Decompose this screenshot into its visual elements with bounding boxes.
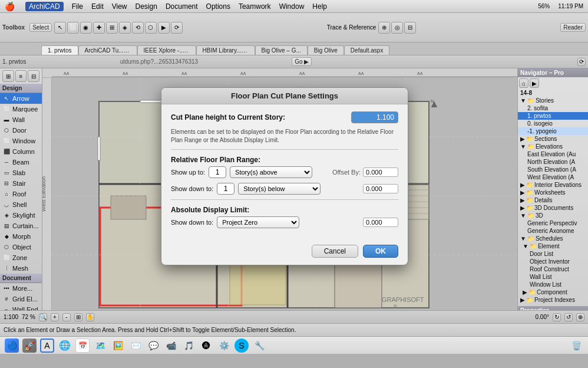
sidebar-item-object[interactable]: ⬡ Object [0,242,42,252]
angle-icon-3[interactable]: ⊕ [576,313,584,321]
taskbar-calendar-icon[interactable]: 📅 [75,339,90,353]
sidebar-item-window[interactable]: ⬜ Window [0,136,42,146]
tree-east-elevation[interactable]: East Elevation (Au [518,150,588,158]
taskbar-facetime-icon[interactable]: 📹 [164,339,178,353]
tb-icon-6[interactable]: ◈ [119,22,131,34]
show-down-count[interactable] [217,183,234,195]
tree-stories-folder[interactable]: ▼ 📁 Stories [518,97,588,104]
trace-icon-2[interactable]: ◎ [391,22,403,34]
ok-button[interactable]: OK [363,245,398,258]
nav-home-icon[interactable]: ⌂ [519,78,528,88]
tree-story-isogeio[interactable]: 0. isogeio [518,120,588,127]
menu-document[interactable]: Document [166,2,198,11]
nav-arrow-icon[interactable]: ▶ [530,78,539,88]
refresh-icon[interactable]: ⟳ [577,58,586,66]
tree-door-list[interactable]: Door List [518,250,588,258]
taskbar-trash-icon[interactable]: 🗑️ [569,339,583,353]
sidebar-item-arrow[interactable]: ↖ Arrow [0,93,42,104]
tree-south-elevation[interactable]: South Elevation (A [518,166,588,173]
show-down-offset[interactable] [363,184,398,193]
sidebar-item-slab[interactable]: ▭ Slab [0,167,42,178]
tb-icon-1[interactable]: ↖ [54,22,66,34]
tree-elevations-folder[interactable]: ▼ 📁 Elevations [518,143,588,150]
tb-icon-5[interactable]: ⊞ [106,22,118,34]
tb-icon-10[interactable]: ⟳ [171,22,183,34]
menu-archicad[interactable]: ArchiCAD [25,2,64,11]
tree-details[interactable]: ▶ 📁 Details [518,196,588,204]
taskbar-photos-icon[interactable]: 🖼️ [111,339,125,353]
tree-story-sofita[interactable]: 2. sofita [518,104,588,112]
menu-edit[interactable]: Edit [91,2,104,11]
tree-axonometric[interactable]: Generic Axonome [518,227,588,235]
view-icon-3[interactable]: ⊟ [28,70,39,82]
cut-plane-input[interactable] [351,111,398,123]
select-tool[interactable]: Select [29,23,52,32]
sidebar-item-mesh[interactable]: ⋮ Mesh [0,263,42,274]
taskbar-settings-icon[interactable]: ⚙️ [217,339,231,353]
menu-design[interactable]: Design [136,2,157,11]
tree-object-inv[interactable]: Object Inventor [518,258,588,265]
tb-icon-2[interactable]: ⬜ [67,22,79,34]
tree-perspective[interactable]: Generic Perspectiv [518,219,588,227]
tb-icon-4[interactable]: ✚ [93,22,105,34]
tree-sections-folder[interactable]: ▶ 📁 Sections [518,135,588,143]
tab-training[interactable]: ArchiCAD Tu...D Training [78,45,137,55]
trace-icon-1[interactable]: ⊕ [378,22,390,34]
tree-worksheets[interactable]: ▶ 📁 Worksheets [518,189,588,196]
menu-options[interactable]: Options [206,2,230,11]
sidebar-item-shell[interactable]: ◡ Shell [0,199,42,210]
tree-3d-docs[interactable]: ▶ 📁 3D Documents [518,204,588,212]
tree-interior-elevations[interactable]: ▶ 📁 Interior Elevations [518,181,588,189]
taskbar-maps-icon[interactable]: 🗺️ [93,339,107,353]
tree-window-list[interactable]: Window List [518,281,588,288]
taskbar-skype-icon[interactable]: S [234,339,249,353]
taskbar-appstore-icon[interactable]: 🅐 [199,339,213,353]
angle-icon-2[interactable]: ↺ [564,313,573,321]
tab-bigolive2[interactable]: Big Olive [308,45,344,55]
sidebar-item-zone[interactable]: ⬜ Zone [0,252,42,263]
tree-north-elevation[interactable]: North Elevation (A [518,158,588,166]
menu-window[interactable]: Window [279,2,305,11]
menu-file[interactable]: File [72,2,83,11]
tree-component[interactable]: ▶ 📁 Component [518,288,588,296]
menu-teamwork[interactable]: Teamwork [239,2,271,11]
taskbar-mail-icon[interactable]: ✉️ [128,339,143,353]
abs-show-down-select[interactable]: Project Zero Story Below [217,216,299,228]
taskbar-archicad-icon[interactable]: A [40,339,54,353]
zoom-icon-3[interactable]: - [62,313,71,321]
taskbar-finder-icon[interactable]: 🔵 [5,339,19,353]
tab-hbim[interactable]: HBIM Library...Vol 3, No 2 [196,45,255,55]
menu-help[interactable]: Help [312,2,327,11]
tab-default[interactable]: Default.aspx [344,45,390,55]
tab-ieee[interactable]: IEEE Xplore -...enance an... [137,45,196,55]
tb-icon-7[interactable]: ⟲ [132,22,144,34]
sidebar-item-column[interactable]: ⬛ Column [0,146,42,157]
abs-show-down-offset[interactable] [363,218,398,227]
cancel-button[interactable]: Cancel [312,245,358,258]
menu-view[interactable]: View [112,2,127,11]
zoom-icon-2[interactable]: + [51,313,59,321]
taskbar-chrome-icon[interactable]: 🌐 [58,339,72,353]
taskbar-extra-icon[interactable]: 🔧 [252,339,266,353]
tb-icon-3[interactable]: ◉ [80,22,92,34]
tree-story-ypogeio[interactable]: -1. ypogeio [518,127,588,135]
show-up-select[interactable]: Story(s) above Story(s) below [230,166,312,178]
tree-schedules-folder[interactable]: ▼ 📁 Schedules [518,235,588,242]
tb-icon-9[interactable]: ▶ [158,22,170,34]
tree-3d-folder[interactable]: ▼ 📁 3D [518,212,588,219]
sidebar-item-skylight[interactable]: ◈ Skylight [0,210,42,221]
sidebar-item-stair[interactable]: ⊟ Stair [0,178,42,189]
show-down-select[interactable]: Story(s) below Story(s) above [238,183,321,195]
sidebar-item-beam[interactable]: ─ Beam [0,157,42,167]
tab-bigolive1[interactable]: Big Olive – G... [255,45,308,55]
sidebar-item-marquee[interactable]: ⬜ Marquee [0,104,42,114]
go-btn[interactable]: Go ▶ [292,57,312,66]
canvas-area[interactable]: GRAPHISOFT ® ▲ N F [52,78,517,310]
tree-roof-const[interactable]: Roof Construct [518,265,588,273]
sidebar-item-wallend[interactable]: ⌐ Wall End [0,304,42,310]
zoom-icon-1[interactable]: 🔍 [39,313,47,321]
tree-wall-list[interactable]: Wall List [518,273,588,281]
view-icon-2[interactable]: ≡ [15,70,27,82]
sidebar-item-roof[interactable]: ⌂ Roof [0,189,42,199]
apple-menu[interactable]: 🍎 [5,2,15,11]
